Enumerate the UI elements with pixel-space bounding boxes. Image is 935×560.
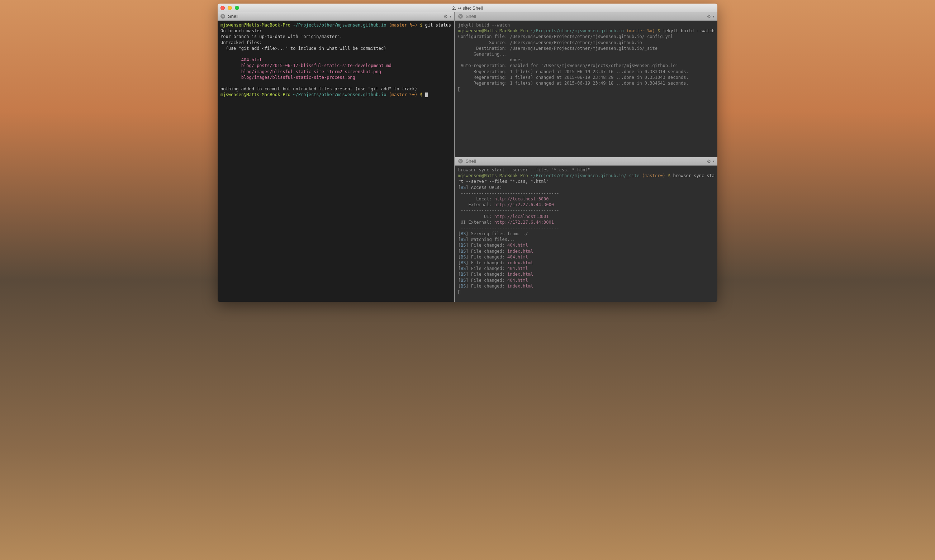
close-tab-icon[interactable]: ✕ [458,159,463,163]
close-tab-icon[interactable]: ✕ [458,14,463,18]
zoom-window-button[interactable] [235,6,239,10]
left-terminal[interactable]: mjswensen@Matts-MacBook-Pro ~/Projects/o… [218,21,454,302]
cursor [458,290,460,294]
tab-label: Shell [466,14,476,19]
right-panes: ✕ Shell ⚙ ▾ jekyll build --watch mjswens… [455,12,717,302]
left-pane: ✕ Shell ⚙ ▾ mjswensen@Matts-MacBook-Pro … [218,12,455,302]
close-tab-icon[interactable]: ✕ [220,14,225,18]
cursor [458,87,460,91]
gear-icon[interactable]: ⚙ [443,14,448,19]
chevron-down-icon[interactable]: ▾ [713,14,715,18]
top-right-terminal[interactable]: jekyll build --watch mjswensen@Matts-Mac… [455,21,717,157]
bottom-right-pane: ✕ Shell ⚙ ▾ browser-sync start --server … [455,157,717,302]
chevron-down-icon[interactable]: ▾ [713,159,715,163]
top-right-pane: ✕ Shell ⚙ ▾ jekyll build --watch mjswens… [455,12,717,157]
bottom-right-terminal[interactable]: browser-sync start --server --files "*.c… [455,166,717,302]
gear-icon[interactable]: ⚙ [707,14,711,19]
gear-icon[interactable]: ⚙ [707,158,711,164]
chevron-down-icon[interactable]: ▾ [449,14,451,18]
top-right-tabbar[interactable]: ✕ Shell ⚙ ▾ [455,12,717,21]
tab-label: Shell [228,14,238,19]
tab-label: Shell [466,158,476,164]
titlebar[interactable]: 2. ↣ site: Shell [218,4,717,12]
left-tabbar[interactable]: ✕ Shell ⚙ ▾ [218,12,454,21]
panes-container: ✕ Shell ⚙ ▾ mjswensen@Matts-MacBook-Pro … [218,12,717,302]
cursor [425,92,428,97]
terminal-window: 2. ↣ site: Shell ✕ Shell ⚙ ▾ mjswensen@M… [218,4,717,302]
traffic-lights [220,6,239,10]
bottom-right-tabbar[interactable]: ✕ Shell ⚙ ▾ [455,157,717,166]
window-title: 2. ↣ site: Shell [452,5,483,11]
minimize-window-button[interactable] [228,6,232,10]
close-window-button[interactable] [220,6,225,10]
